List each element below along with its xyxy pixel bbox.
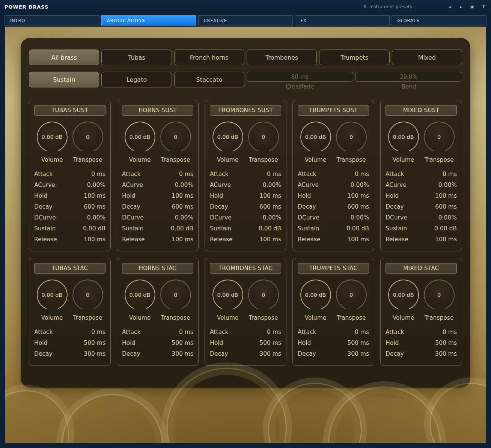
card-title[interactable]: TROMBONES STAC [210, 263, 281, 274]
tab-articulations[interactable]: ARTICULATIONS [101, 15, 196, 26]
volume-knob[interactable]: 0.00 dB [125, 280, 155, 310]
prev-arrow-icon[interactable]: ◂ [447, 5, 453, 9]
param-value[interactable]: 0.00% [175, 212, 193, 223]
param-value[interactable]: 100 ms [435, 234, 457, 245]
param-value[interactable]: 0.00 dB [346, 223, 369, 234]
card-title[interactable]: HORNS STAC [122, 263, 193, 274]
param-value[interactable]: 100 ms [347, 234, 369, 245]
param-value[interactable]: 600 ms [435, 201, 457, 212]
ensemble-button-all-brass[interactable]: All brass [29, 50, 99, 65]
ensemble-button-trumpets[interactable]: Trumpets [319, 50, 389, 65]
articulation-button-legato[interactable]: Legato [101, 72, 172, 87]
param-value[interactable]: 100 ms [347, 191, 369, 201]
card-title[interactable]: MIXED STAC [386, 263, 457, 274]
tab-globals[interactable]: GLOBALS [392, 15, 486, 26]
next-arrow-icon[interactable]: ▸ [458, 5, 464, 9]
ensemble-button-french-horns[interactable]: French horns [174, 50, 244, 65]
param-value[interactable]: 600 ms [172, 201, 193, 212]
param-value[interactable]: 0.00 dB [83, 223, 105, 234]
param-value[interactable]: 0 ms [179, 169, 193, 180]
param-value[interactable]: 0 ms [267, 169, 281, 180]
param-value[interactable]: 300 ms [259, 349, 281, 359]
crossfade-slider[interactable]: 80 ms [247, 72, 353, 82]
param-value[interactable]: 0.00% [175, 180, 193, 191]
param-value[interactable]: 600 ms [347, 201, 369, 212]
articulation-button-staccato[interactable]: Staccato [174, 72, 244, 87]
ensemble-button-tubas[interactable]: Tubas [101, 50, 172, 65]
param-value[interactable]: 0 ms [355, 327, 369, 338]
bend-slider[interactable]: 20.0% [355, 72, 462, 82]
volume-knob[interactable]: 0.00 dB [388, 280, 419, 310]
transpose-knob[interactable]: 0 [336, 122, 367, 152]
tab-creative[interactable]: CREATIVE [198, 15, 293, 26]
param-value[interactable]: 500 ms [435, 338, 457, 349]
volume-knob[interactable]: 0.00 dB [388, 122, 419, 152]
transpose-knob[interactable]: 0 [72, 122, 103, 152]
param-value[interactable]: 0 ms [443, 169, 457, 180]
param-value[interactable]: 300 ms [347, 349, 369, 359]
card-title[interactable]: TRUMPETS SUST [298, 105, 369, 116]
volume-knob[interactable]: 0.00 dB [212, 280, 243, 310]
param-value[interactable]: 0.00% [87, 180, 105, 191]
param-value[interactable]: 0.00% [87, 212, 105, 223]
transpose-knob[interactable]: 0 [248, 122, 279, 152]
transpose-knob[interactable]: 0 [424, 122, 455, 152]
transpose-knob[interactable]: 0 [248, 280, 279, 310]
transpose-knob[interactable]: 0 [160, 122, 191, 152]
param-value[interactable]: 0.00% [263, 212, 281, 223]
param-value[interactable]: 300 ms [435, 349, 457, 359]
param-value[interactable]: 600 ms [259, 201, 281, 212]
ensemble-button-trombones[interactable]: Trombones [247, 50, 317, 65]
param-value[interactable]: 0 ms [267, 327, 281, 338]
card-title[interactable]: MIXED SUST [386, 105, 457, 116]
param-value[interactable]: 0 ms [443, 327, 457, 338]
param-value[interactable]: 0 ms [355, 169, 369, 180]
transpose-knob[interactable]: 0 [72, 280, 103, 310]
param-value[interactable]: 0.00% [438, 212, 457, 223]
param-value[interactable]: 500 ms [347, 338, 369, 349]
param-value[interactable]: 500 ms [84, 338, 105, 349]
param-value[interactable]: 0.00% [263, 180, 281, 191]
instrument-presets-button[interactable]: ⠿ Instrument presets [364, 4, 412, 9]
card-title[interactable]: TRUMPETS STAC [298, 263, 369, 274]
transpose-knob[interactable]: 0 [424, 280, 455, 310]
param-value[interactable]: 100 ms [435, 191, 457, 201]
window-icon[interactable]: ▣ [469, 5, 475, 9]
tab-intro[interactable]: INTRO [5, 15, 99, 26]
help-icon[interactable]: ? [480, 4, 486, 9]
param-value[interactable]: 0.00 dB [434, 223, 457, 234]
param-value[interactable]: 0 ms [91, 327, 105, 338]
param-value[interactable]: 500 ms [259, 338, 281, 349]
param-value[interactable]: 300 ms [172, 349, 193, 359]
card-title[interactable]: TUBAS SUST [34, 105, 105, 116]
volume-knob[interactable]: 0.00 dB [37, 122, 68, 152]
param-value[interactable]: 100 ms [172, 191, 193, 201]
param-value[interactable]: 100 ms [84, 191, 105, 201]
volume-knob[interactable]: 0.00 dB [37, 280, 68, 310]
transpose-knob[interactable]: 0 [336, 280, 367, 310]
param-value[interactable]: 0 ms [179, 327, 193, 338]
param-value[interactable]: 100 ms [172, 234, 193, 245]
card-title[interactable]: TROMBONES SUST [210, 105, 281, 116]
volume-knob[interactable]: 0.00 dB [300, 122, 331, 152]
param-value[interactable]: 0 ms [91, 169, 105, 180]
param-value[interactable]: 100 ms [259, 234, 281, 245]
param-value[interactable]: 600 ms [84, 201, 105, 212]
param-value[interactable]: 500 ms [172, 338, 193, 349]
tab-fx[interactable]: FX [295, 15, 390, 26]
param-value[interactable]: 0.00% [438, 180, 457, 191]
param-value[interactable]: 300 ms [84, 349, 105, 359]
param-value[interactable]: 0.00% [351, 212, 369, 223]
param-value[interactable]: 0.00 dB [259, 223, 281, 234]
param-value[interactable]: 0.00 dB [171, 223, 193, 234]
param-value[interactable]: 0.00% [351, 180, 369, 191]
card-title[interactable]: TUBAS STAC [34, 263, 105, 274]
card-title[interactable]: HORNS SUST [122, 105, 193, 116]
param-value[interactable]: 100 ms [84, 234, 105, 245]
param-value[interactable]: 100 ms [259, 191, 281, 201]
ensemble-button-mixed[interactable]: Mixed [392, 50, 462, 65]
volume-knob[interactable]: 0.00 dB [212, 122, 243, 152]
transpose-knob[interactable]: 0 [160, 280, 191, 310]
articulation-button-sustain[interactable]: Sustain [29, 72, 99, 87]
volume-knob[interactable]: 0.00 dB [300, 280, 331, 310]
